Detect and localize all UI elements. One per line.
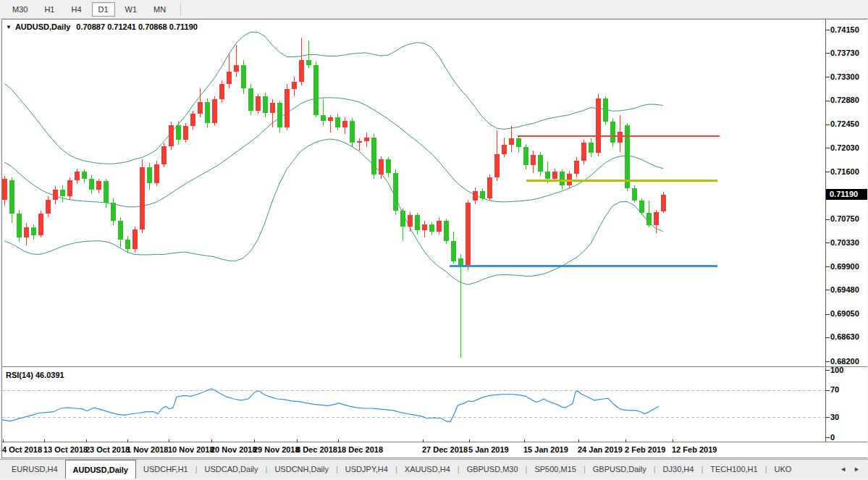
current-price-badge: 0.71190 (826, 189, 867, 200)
date-axis-label: 12 Feb 2019 (672, 445, 717, 454)
price-axis-label: 0.72880 (830, 96, 859, 105)
chart-tab-gbpusd-m30[interactable]: GBPUSD,M30 (460, 460, 526, 479)
date-axis-label: 8 Dec 2018 (296, 445, 337, 454)
bollinger-middle-band (4, 98, 663, 207)
date-axis-label: 18 Dec 2018 (337, 445, 383, 454)
chart-tab-usdjpy-h4[interactable]: USDJPY,H4 (338, 460, 395, 479)
price-axis-label: 0.70750 (830, 214, 859, 224)
bollinger-lower-band (4, 139, 663, 285)
date-axis-label: 27 Dec 2018 (422, 445, 468, 454)
date-axis-label: 15 Jan 2019 (523, 445, 568, 454)
rsi-axis-label: 70 (830, 385, 839, 395)
date-axis-label: 1 Nov 2018 (127, 445, 168, 454)
rsi-line (2, 389, 659, 422)
price-axis-label: 0.69900 (830, 262, 859, 271)
mt4-application: M30H1H4D1W1MN ▼AUDUSD,Daily0.70887 0.712… (0, 0, 868, 480)
tab-scroll-right-icon[interactable]: ► (850, 466, 864, 473)
date-axis-label: 13 Oct 2018 (43, 445, 88, 454)
chart-tab-usdcad-daily[interactable]: USDCAD,Daily (198, 460, 266, 479)
rsi-axis-label: 0 (830, 433, 835, 442)
chart-title: ▼AUDUSD,Daily0.70887 0.71241 0.70868 0.7… (6, 22, 198, 33)
price-axis-label: 0.69480 (830, 285, 859, 295)
date-axis-label: 29 Nov 2018 (253, 445, 300, 454)
rsi-indicator-label: RSI(14) 46.0391 (6, 371, 64, 379)
date-axis-label: 23 Oct 2018 (85, 445, 130, 454)
rsi-axis-label: 30 (830, 413, 839, 422)
price-axis-label: 0.74150 (830, 25, 859, 35)
price-axis-label: 0.73300 (830, 72, 859, 82)
date-axis-label: 24 Jan 2019 (578, 445, 623, 454)
tab-scroll-buttons: ◄► (836, 460, 868, 479)
price-axis-label: 0.71600 (830, 167, 859, 177)
price-axis-label: 0.68630 (830, 332, 859, 342)
price-axis-label: 0.69050 (830, 309, 859, 319)
chart-tab-tech100-h1[interactable]: TECH100,H1 (703, 460, 764, 479)
price-axis-label: 0.72030 (830, 143, 859, 153)
price-axis-label: 0.70330 (830, 238, 859, 248)
date-axis-label: 20 Nov 2018 (211, 445, 257, 454)
date-axis-label: 2 Feb 2019 (625, 445, 665, 454)
symbol-tabbar: EURUSD,H4AUDUSD,DailyUSDCHF,H1|USDCAD,Da… (0, 459, 868, 479)
date-axis-label: 10 Nov 2018 (168, 445, 214, 454)
tab-scroll-left-icon[interactable]: ◄ (836, 466, 850, 473)
date-axis-label: 5 Jan 2019 (468, 445, 509, 454)
chart-symbol-label: AUDUSD,Daily (15, 22, 70, 31)
chart-ohlc-values: 0.70887 0.71241 0.70868 0.71190 (76, 22, 198, 31)
chart-tab-audusd-daily[interactable]: AUDUSD,Daily (65, 460, 136, 479)
chart-tab-usdcnh-daily[interactable]: USDCNH,Daily (267, 460, 336, 479)
chart-tab-uko[interactable]: UKO (767, 460, 799, 479)
chart-tab-gbpusd-daily[interactable]: GBPUSD,Daily (586, 460, 654, 479)
chart-canvas[interactable] (0, 0, 868, 480)
chart-tab-sp500-m15[interactable]: SP500,M15 (527, 460, 583, 479)
chart-tab-usdchf-h1[interactable]: USDCHF,H1 (136, 460, 195, 479)
price-axis-label: 0.72450 (830, 119, 859, 129)
date-axis-label: 4 Oct 2018 (2, 445, 42, 454)
symbol-dropdown-icon[interactable]: ▼ (6, 24, 12, 30)
rsi-axis-label: 100 (830, 366, 843, 375)
chart-tab-dj30-h4[interactable]: DJ30,H4 (656, 460, 701, 479)
chart-tab-xauusd-h4[interactable]: XAUUSD,H4 (397, 460, 458, 479)
price-axis-label: 0.73730 (830, 49, 859, 58)
candles-layer (2, 38, 666, 358)
chart-tab-eurusd-h4[interactable]: EURUSD,H4 (4, 460, 65, 479)
